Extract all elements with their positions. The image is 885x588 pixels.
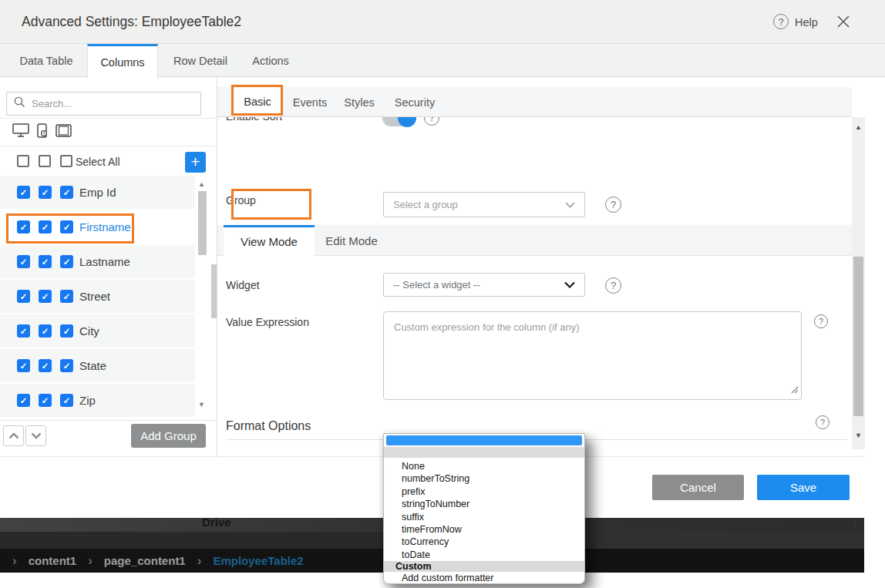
- tab-columns[interactable]: Columns: [87, 44, 158, 78]
- tab-events[interactable]: Events: [293, 87, 327, 117]
- tab-basic[interactable]: Basic: [234, 87, 281, 116]
- panel-scroll-up-icon[interactable]: ▲: [855, 123, 862, 131]
- tab-security[interactable]: Security: [395, 87, 435, 117]
- tab-view-mode[interactable]: View Mode: [224, 225, 315, 256]
- column-visibility-checkbox[interactable]: ✓: [17, 220, 30, 234]
- column-row[interactable]: ✓✓✓Firstname: [0, 210, 195, 244]
- tab-edit-mode[interactable]: Edit Mode: [325, 225, 378, 256]
- help-button[interactable]: Help: [795, 0, 818, 44]
- column-visibility-checkbox[interactable]: ✓: [17, 186, 30, 199]
- save-button[interactable]: Save: [757, 475, 850, 500]
- widget-help-icon[interactable]: ?: [605, 277, 621, 294]
- list-scroll-down-icon[interactable]: ▼: [198, 401, 205, 408]
- group-help-icon[interactable]: ?: [605, 197, 621, 213]
- mobile-icon[interactable]: [36, 123, 49, 142]
- widget-select[interactable]: -- Select a widget --: [383, 273, 585, 297]
- column-row[interactable]: ✓✓✓City: [0, 314, 195, 348]
- format-option[interactable]: numberToString: [384, 472, 584, 485]
- column-visibility-checkbox[interactable]: ✓: [60, 255, 73, 268]
- column-row[interactable]: ✓✓✓Emp Id: [0, 176, 195, 209]
- column-visibility-checkbox[interactable]: ✓: [17, 324, 30, 338]
- format-type-dropdown: NonenumberToStringprefixstringToNumbersu…: [383, 433, 585, 584]
- list-scrollbar-thumb[interactable]: [198, 191, 207, 255]
- select-all-label: Select All: [76, 146, 120, 177]
- value-expression-label: Value Expression: [226, 316, 309, 328]
- column-row[interactable]: ✓✓✓Lastname: [0, 245, 195, 278]
- add-group-button[interactable]: Add Group: [131, 424, 206, 448]
- resize-handle-icon[interactable]: [791, 383, 799, 397]
- enable-sort-help-icon[interactable]: ?: [424, 117, 439, 126]
- widget-select-value: -- Select a widget --: [393, 279, 480, 291]
- dialog-title: Advanced Settings: EmployeeTable2: [22, 0, 241, 44]
- column-visibility-checkbox[interactable]: ✓: [39, 186, 52, 199]
- select-all-mobile-checkbox[interactable]: [39, 155, 51, 167]
- panel-scrollbar-thumb[interactable]: [853, 257, 863, 416]
- column-visibility-checkbox[interactable]: ✓: [60, 220, 73, 234]
- dropdown-group-header-blank: [384, 447, 584, 458]
- format-option[interactable]: suffix: [384, 511, 584, 523]
- tab-data-table[interactable]: Data Table: [6, 44, 86, 77]
- chevron-down-icon: [565, 199, 575, 210]
- column-visibility-checkbox[interactable]: ✓: [60, 324, 73, 338]
- format-option[interactable]: stringToNumber: [384, 498, 584, 510]
- tab-actions[interactable]: Actions: [241, 44, 300, 77]
- column-visibility-checkbox[interactable]: ✓: [60, 186, 73, 199]
- value-expression-help-icon[interactable]: ?: [814, 314, 828, 328]
- column-visibility-checkbox[interactable]: ✓: [60, 394, 73, 407]
- move-column-up-button[interactable]: [3, 425, 24, 446]
- group-select[interactable]: Select a group: [383, 192, 585, 217]
- column-visibility-checkbox[interactable]: ✓: [17, 255, 30, 268]
- column-row[interactable]: ✓✓✓Street: [0, 280, 195, 313]
- tab-styles[interactable]: Styles: [344, 87, 375, 117]
- dropdown-custom-options: Add custom formatter: [384, 572, 584, 584]
- add-column-button[interactable]: +: [185, 152, 206, 173]
- desktop-icon[interactable]: [12, 123, 29, 141]
- column-visibility-checkbox[interactable]: ✓: [17, 359, 30, 372]
- select-all-tablet-checkbox[interactable]: [60, 155, 72, 167]
- value-expression-textarea[interactable]: Custom expression for the column (if any…: [383, 311, 802, 400]
- breadcrumb-separator-icon: ›: [88, 554, 93, 567]
- dropdown-group-header-custom: Custom: [384, 561, 584, 572]
- format-option[interactable]: None: [384, 460, 584, 472]
- column-visibility-checkbox[interactable]: ✓: [39, 290, 52, 303]
- breadcrumb-item[interactable]: EmployeeTable2: [213, 554, 303, 567]
- format-option-custom[interactable]: Add custom formatter: [384, 572, 584, 584]
- format-option[interactable]: prefix: [384, 486, 584, 498]
- breadcrumb-item[interactable]: page_content1: [104, 554, 186, 567]
- column-visibility-checkbox[interactable]: ✓: [17, 290, 30, 303]
- column-row[interactable]: ✓✓✓State: [0, 349, 195, 382]
- column-visibility-checkbox[interactable]: ✓: [17, 394, 30, 407]
- dropdown-selected-empty-option[interactable]: [386, 435, 582, 445]
- close-icon[interactable]: [836, 14, 851, 29]
- enable-sort-toggle[interactable]: [382, 117, 416, 127]
- column-visibility-checkbox[interactable]: ✓: [39, 324, 52, 338]
- column-visibility-checkbox[interactable]: ✓: [60, 290, 73, 303]
- format-option[interactable]: toDate: [384, 549, 584, 561]
- column-visibility-checkbox[interactable]: ✓: [39, 359, 52, 372]
- widget-label: Widget: [226, 279, 260, 291]
- format-option[interactable]: toCurrency: [384, 536, 584, 548]
- cancel-button[interactable]: Cancel: [652, 475, 744, 500]
- format-options-help-icon[interactable]: ?: [816, 415, 829, 429]
- search-input[interactable]: Search...: [6, 92, 201, 116]
- tab-row-detail[interactable]: Row Detail: [162, 44, 239, 77]
- dialog-header: Advanced Settings: EmployeeTable2 ? Help: [0, 0, 885, 44]
- sidebar-footer: Add Group: [0, 420, 217, 456]
- column-visibility-checkbox[interactable]: ✓: [39, 255, 52, 268]
- column-visibility-checkbox[interactable]: ✓: [39, 220, 52, 234]
- column-visibility-checkbox[interactable]: ✓: [39, 394, 52, 407]
- select-all-desktop-checkbox[interactable]: [17, 155, 29, 167]
- settings-panel: Basic Events Styles Security Enable Sort…: [217, 77, 865, 456]
- search-placeholder: Search...: [32, 98, 72, 109]
- list-scroll-up-icon[interactable]: ▲: [198, 180, 205, 188]
- breadcrumb-item[interactable]: content1: [29, 554, 77, 567]
- panel-scroll-down-icon[interactable]: ▼: [855, 432, 862, 439]
- format-option[interactable]: timeFromNow: [384, 523, 584, 536]
- search-icon: [14, 96, 25, 111]
- help-icon[interactable]: ?: [773, 14, 789, 29]
- column-row[interactable]: ✓✓✓Zip: [0, 384, 195, 417]
- move-column-down-button[interactable]: [25, 425, 46, 446]
- tablet-icon[interactable]: [56, 124, 72, 140]
- column-visibility-checkbox[interactable]: ✓: [60, 359, 73, 372]
- panel-scrollbar[interactable]: ▲ ▼: [852, 117, 865, 449]
